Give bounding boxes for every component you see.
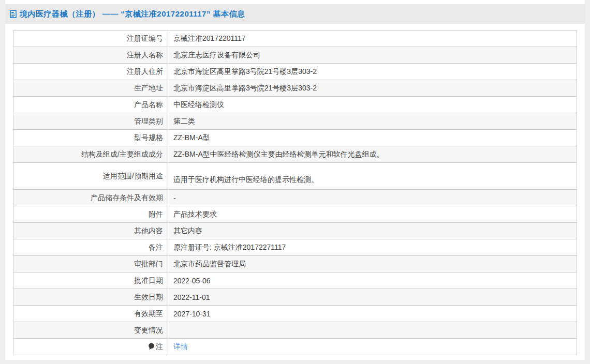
table-row: 型号规格 ZZ-BM-A型 bbox=[13, 130, 577, 146]
row-value: 其它内容 bbox=[168, 223, 577, 239]
table-row: 管理类别 第二类 bbox=[13, 113, 577, 130]
row-label: 产品储存条件及有效期 bbox=[13, 190, 168, 206]
row-label: 批准日期 bbox=[13, 272, 168, 289]
table-row: 适用范围/预期用途 适用于医疗机构进行中医经络的提示性检测。 bbox=[13, 163, 577, 190]
row-value: 北京庄志医疗设备有限公司 bbox=[168, 47, 577, 64]
row-label: 管理类别 bbox=[13, 113, 168, 130]
table-row: 审批部门 北京市药品监督管理局 bbox=[13, 256, 577, 272]
row-label: 附件 bbox=[13, 206, 168, 223]
row-value: 2022-11-01 bbox=[168, 289, 577, 306]
balloon-icon bbox=[148, 343, 155, 352]
table-row: 注 详情 bbox=[13, 339, 577, 355]
table-row: 附件 产品技术要求 bbox=[13, 206, 577, 223]
row-value: 详情 bbox=[168, 339, 577, 355]
row-label: 其他内容 bbox=[13, 223, 168, 239]
row-label: 注册人名称 bbox=[13, 47, 168, 64]
row-label: 有效期至 bbox=[13, 306, 168, 322]
table-row: 备注 原注册证号: 京械注准20172271117 bbox=[13, 239, 577, 256]
row-value: ZZ-BM-A型中医经络检测仪主要由经络检测单元和软件光盘组成。 bbox=[168, 146, 577, 163]
row-value: 京械注准20172201117 bbox=[168, 31, 577, 47]
table-row: 生产地址 北京市海淀区高里掌路3号院21号楼3层303-2 bbox=[13, 80, 577, 97]
table-row: 产品储存条件及有效期 - bbox=[13, 190, 577, 206]
row-label: 变更情况 bbox=[13, 322, 168, 339]
table-row: 其他内容 其它内容 bbox=[13, 223, 577, 239]
table-row: 注册人住所 北京市海淀区高里掌路3号院21号楼3层303-2 bbox=[13, 64, 577, 80]
document-icon bbox=[9, 10, 18, 19]
table-row: 产品名称 中医经络检测仪 bbox=[13, 97, 577, 113]
row-label: 适用范围/预期用途 bbox=[13, 163, 168, 190]
table-row: 注册证编号 京械注准20172201117 bbox=[13, 31, 577, 47]
row-value: 原注册证号: 京械注准20172271117 bbox=[168, 239, 577, 256]
detail-link[interactable]: 详情 bbox=[173, 342, 188, 351]
row-value: 产品技术要求 bbox=[168, 206, 577, 223]
row-label: 备注 bbox=[13, 239, 168, 256]
row-label: 注 bbox=[13, 339, 168, 355]
row-label: 审批部门 bbox=[13, 256, 168, 272]
row-value: ZZ-BM-A型 bbox=[168, 130, 577, 146]
row-value: 北京市海淀区高里掌路3号院21号楼3层303-2 bbox=[168, 64, 577, 80]
row-value: 2022-05-06 bbox=[168, 272, 577, 289]
row-value: 2027-10-31 bbox=[168, 306, 577, 322]
row-label: 注册人住所 bbox=[13, 64, 168, 80]
info-table-wrapper: 注册证编号 京械注准20172201117 注册人名称 北京庄志医疗设备有限公司… bbox=[13, 30, 577, 355]
table-row: 注册人名称 北京庄志医疗设备有限公司 bbox=[13, 47, 577, 64]
table-row: 生效日期 2022-11-01 bbox=[13, 289, 577, 306]
row-value: 第二类 bbox=[168, 113, 577, 130]
row-label: 产品名称 bbox=[13, 97, 168, 113]
row-value: 北京市药品监督管理局 bbox=[168, 256, 577, 272]
row-label: 型号规格 bbox=[13, 130, 168, 146]
row-value: - bbox=[168, 190, 577, 206]
row-value: 中医经络检测仪 bbox=[168, 97, 577, 113]
page-header: 境内医疗器械（注册） —— “京械注准20172201117” 基本信息 bbox=[5, 4, 585, 24]
row-value: 适用于医疗机构进行中医经络的提示性检测。 bbox=[168, 163, 577, 190]
content-panel: 境内医疗器械（注册） —— “京械注准20172201117” 基本信息 注册证… bbox=[5, 0, 585, 360]
row-value bbox=[168, 322, 577, 339]
row-label-text: 注 bbox=[156, 342, 163, 351]
page-title: 境内医疗器械（注册） —— “京械注准20172201117” 基本信息 bbox=[20, 9, 245, 19]
row-label: 生效日期 bbox=[13, 289, 168, 306]
table-row: 批准日期 2022-05-06 bbox=[13, 272, 577, 289]
row-label: 注册证编号 bbox=[13, 31, 168, 47]
row-value: 北京市海淀区高里掌路3号院21号楼3层303-2 bbox=[168, 80, 577, 97]
table-row: 有效期至 2027-10-31 bbox=[13, 306, 577, 322]
table-row: 变更情况 bbox=[13, 322, 577, 339]
table-row: 结构及组成/主要组成成分 ZZ-BM-A型中医经络检测仪主要由经络检测单元和软件… bbox=[13, 146, 577, 163]
registration-info-table: 注册证编号 京械注准20172201117 注册人名称 北京庄志医疗设备有限公司… bbox=[13, 30, 577, 355]
row-label: 结构及组成/主要组成成分 bbox=[13, 146, 168, 163]
row-label: 生产地址 bbox=[13, 80, 168, 97]
